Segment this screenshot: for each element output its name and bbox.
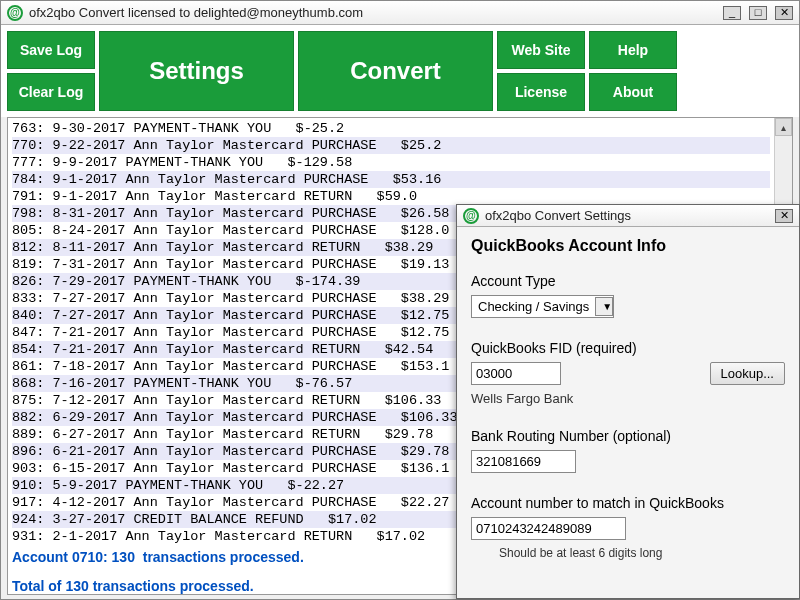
website-button[interactable]: Web Site xyxy=(497,31,585,69)
fid-label: QuickBooks FID (required) xyxy=(471,340,785,356)
routing-input[interactable] xyxy=(471,450,576,473)
log-line: 777: 9-9-2017 PAYMENT-THANK YOU $-129.58 xyxy=(12,154,770,171)
bank-name-text: Wells Fargo Bank xyxy=(471,391,785,406)
settings-titlebar: @ ofx2qbo Convert Settings ✕ xyxy=(457,205,799,227)
account-type-label: Account Type xyxy=(471,273,785,289)
main-window-title: ofx2qbo Convert licensed to delighted@mo… xyxy=(29,5,715,20)
routing-label: Bank Routing Number (optional) xyxy=(471,428,785,444)
app-icon: @ xyxy=(7,5,23,21)
settings-window-title: ofx2qbo Convert Settings xyxy=(485,208,767,223)
clear-log-button[interactable]: Clear Log xyxy=(7,73,95,111)
help-button[interactable]: Help xyxy=(589,31,677,69)
acct-num-label: Account number to match in QuickBooks xyxy=(471,495,785,511)
app-icon: @ xyxy=(463,208,479,224)
routing-group: Bank Routing Number (optional) xyxy=(471,428,785,473)
close-button[interactable]: ✕ xyxy=(775,6,793,20)
settings-body: QuickBooks Account Info Account Type Che… xyxy=(457,227,799,570)
log-line: 770: 9-22-2017 Ann Taylor Mastercard PUR… xyxy=(12,137,770,154)
settings-close-button[interactable]: ✕ xyxy=(775,209,793,223)
log-line: 763: 9-30-2017 PAYMENT-THANK YOU $-25.2 xyxy=(12,120,770,137)
maximize-button[interactable]: □ xyxy=(749,6,767,20)
main-titlebar: @ ofx2qbo Convert licensed to delighted@… xyxy=(1,1,799,25)
lookup-button[interactable]: Lookup... xyxy=(710,362,786,385)
account-type-select[interactable]: Checking / Savings ▼ xyxy=(471,295,614,318)
acct-num-input[interactable] xyxy=(471,517,626,540)
minimize-button[interactable]: _ xyxy=(723,6,741,20)
settings-heading: QuickBooks Account Info xyxy=(471,237,785,255)
license-button[interactable]: License xyxy=(497,73,585,111)
settings-button[interactable]: Settings xyxy=(99,31,294,111)
about-button[interactable]: About xyxy=(589,73,677,111)
save-log-button[interactable]: Save Log xyxy=(7,31,95,69)
chevron-down-icon: ▼ xyxy=(595,297,613,316)
account-type-value: Checking / Savings xyxy=(472,296,595,317)
acct-num-group: Account number to match in QuickBooks Sh… xyxy=(471,495,785,560)
acct-num-hint: Should be at least 6 digits long xyxy=(499,546,785,560)
account-type-group: Account Type Checking / Savings ▼ xyxy=(471,273,785,318)
toolbar: Save Log Clear Log Settings Convert Web … xyxy=(1,25,799,117)
log-line: 791: 9-1-2017 Ann Taylor Mastercard RETU… xyxy=(12,188,770,205)
fid-group: QuickBooks FID (required) Lookup... Well… xyxy=(471,340,785,406)
settings-dialog: @ ofx2qbo Convert Settings ✕ QuickBooks … xyxy=(456,204,800,599)
log-line: 784: 9-1-2017 Ann Taylor Mastercard PURC… xyxy=(12,171,770,188)
fid-input[interactable] xyxy=(471,362,561,385)
convert-button[interactable]: Convert xyxy=(298,31,493,111)
scroll-up-arrow[interactable]: ▴ xyxy=(775,118,792,136)
